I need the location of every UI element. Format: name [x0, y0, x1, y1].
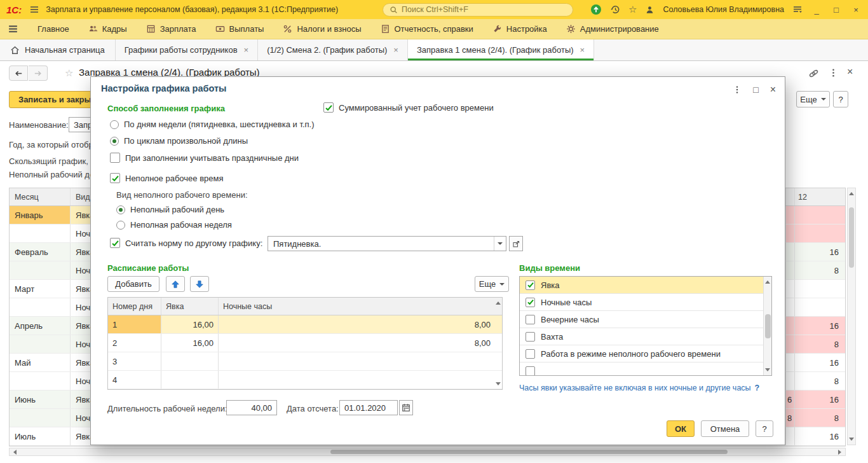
window-maximize-button[interactable]: □	[831, 5, 842, 15]
time-kind-row-4[interactable]: Вахта	[520, 328, 771, 345]
tab-close-icon[interactable]: ×	[580, 45, 585, 55]
radio-by-weekdays[interactable]: По дням недели (пятидневка, шестидневка …	[110, 120, 315, 129]
scroll-up-icon[interactable]	[848, 190, 855, 195]
move-up-button[interactable]	[166, 276, 185, 292]
menu-item-4[interactable]: Выплаты	[215, 24, 264, 34]
radio-parttime-week[interactable]: Неполная рабочая неделя	[116, 220, 232, 230]
time-kind-row-3[interactable]: Вечерние часы	[520, 311, 771, 328]
schedule-more-button[interactable]: Еще	[475, 276, 509, 292]
month-cell: Март	[10, 280, 71, 298]
dialog-close-button[interactable]: ×	[770, 85, 776, 95]
time-kind-row-6[interactable]	[520, 363, 771, 376]
form-more-button[interactable]: Еще	[796, 91, 830, 107]
column-header-attendance[interactable]: Явка	[161, 298, 219, 315]
column-header-day12[interactable]: 12	[794, 188, 845, 205]
tab-close-icon[interactable]: ×	[393, 45, 398, 55]
vertical-scroll-thumb[interactable]	[849, 207, 854, 268]
time-kind-checkbox[interactable]	[526, 280, 535, 290]
form-close-icon[interactable]: ×	[847, 66, 853, 78]
cancel-button[interactable]: Отмена	[701, 420, 749, 437]
time-kind-row-2[interactable]: Ночные часы	[520, 294, 771, 311]
scroll-down-icon[interactable]	[848, 438, 855, 443]
time-kind-checkbox[interactable]	[526, 332, 535, 342]
tab-strip: Графики работы сотрудников×(1/2) Смена 2…	[116, 39, 594, 60]
schedule-row-1[interactable]: 116,008,00	[108, 315, 502, 334]
list-scroll-down-icon[interactable]	[765, 368, 770, 374]
norm-by-other-schedule-checkbox[interactable]: Считать норму по другому графику:	[110, 238, 262, 248]
schedule-row-4[interactable]: 4	[108, 371, 502, 389]
scroll-left-icon[interactable]	[11, 448, 17, 455]
tab-1[interactable]: Графики работы сотрудников×	[116, 39, 258, 60]
schedule-section-title: Расписание работы	[107, 263, 189, 273]
favorites-star-icon[interactable]: ☆	[628, 4, 637, 15]
tab-2[interactable]: (1/2) Смена 2. (График работы)×	[258, 39, 408, 60]
time-kind-checkbox[interactable]	[526, 298, 535, 307]
main-menu-hamburger-icon[interactable]	[29, 4, 39, 15]
add-row-button[interactable]: Добавить	[107, 276, 159, 292]
day-number-cell: 1	[108, 315, 161, 333]
sections-panel-hamburger-icon[interactable]	[8, 24, 18, 34]
time-kind-checkbox[interactable]	[526, 366, 535, 376]
window-close-button[interactable]: ×	[850, 5, 862, 15]
scroll-right-icon[interactable]	[838, 448, 844, 455]
history-icon[interactable]	[610, 4, 620, 15]
hint-help-link[interactable]: ?	[755, 384, 760, 392]
radio-parttime-day[interactable]: Неполный рабочий день	[116, 205, 224, 214]
list-scroll-thumb[interactable]	[765, 314, 771, 338]
horizontal-scrollbar[interactable]	[9, 448, 846, 456]
tab-close-icon[interactable]: ×	[244, 45, 249, 55]
table-scroll-down-icon[interactable]	[494, 382, 501, 388]
open-schedule-button[interactable]	[509, 236, 523, 251]
get-link-icon[interactable]	[808, 68, 819, 79]
menu-item-5[interactable]: Налоги и взносы	[283, 24, 361, 34]
nav-forward-button[interactable]	[29, 66, 48, 81]
time-kind-row-5[interactable]: Работа в режиме неполного рабочего време…	[520, 345, 771, 363]
time-kind-checkbox[interactable]	[526, 349, 535, 359]
form-kebab-menu-icon[interactable]	[829, 68, 838, 78]
schedule-row-3[interactable]: 3	[108, 352, 502, 371]
column-header-night-hours[interactable]: Ночные часы	[219, 298, 502, 315]
week-length-input[interactable]: 40,00	[226, 400, 277, 415]
time-kinds-scrollbar[interactable]	[763, 277, 771, 375]
menu-item-6[interactable]: Отчетность, справки	[381, 24, 473, 34]
start-date-input[interactable]: 01.01.2020	[339, 400, 398, 415]
menu-item-1[interactable]: Главное	[37, 24, 69, 34]
dialog-kebab-menu-icon[interactable]	[733, 85, 742, 94]
horizontal-scroll-thumb[interactable]	[330, 450, 728, 454]
form-help-button[interactable]: ?	[833, 91, 848, 107]
tab-label: (1/2) Смена 2. (График работы)	[267, 45, 387, 55]
dialog-maximize-button[interactable]: □	[753, 85, 758, 94]
form-favorite-star-icon[interactable]: ☆	[65, 67, 73, 79]
schedule-row-2[interactable]: 216,008,00	[108, 334, 502, 352]
menu-item-2[interactable]: Кадры	[88, 24, 127, 34]
ok-button[interactable]: ОК	[667, 420, 695, 437]
global-search-input[interactable]: Поиск Ctrl+Shift+F	[383, 3, 573, 17]
menu-item-3[interactable]: Зарплата	[146, 24, 196, 34]
nav-back-button[interactable]	[9, 66, 28, 81]
table-scroll-up-icon[interactable]	[494, 299, 501, 305]
menu-item-8[interactable]: Администрирование	[566, 24, 659, 34]
menu-item-7[interactable]: Настройка	[492, 24, 547, 34]
column-header-month[interactable]: Месяц	[10, 188, 71, 205]
day-11-cell	[785, 317, 794, 335]
tab-3[interactable]: Заправка 1 смена (2/4). (График работы)×	[408, 39, 594, 60]
menu-item-label: Администрирование	[580, 24, 659, 34]
discussions-icon[interactable]	[590, 4, 602, 15]
time-kind-checkbox[interactable]	[526, 315, 535, 324]
list-scroll-up-icon[interactable]	[765, 278, 770, 284]
vertical-scrollbar[interactable]	[847, 188, 856, 445]
time-kind-row-1[interactable]: Явка	[520, 277, 771, 294]
summary-time-accounting-checkbox[interactable]: Суммированный учет рабочего времени	[323, 102, 494, 113]
window-minimize-button[interactable]: _	[811, 5, 822, 15]
home-tab[interactable]: Начальная страница	[0, 39, 116, 60]
parttime-checkbox[interactable]: Неполное рабочее время	[110, 173, 223, 183]
combobox-dropdown-icon[interactable]	[494, 237, 506, 251]
column-header-day-number[interactable]: Номер дня	[108, 298, 161, 315]
holidays-checkbox[interactable]: При заполнении учитывать праздничные дни	[110, 153, 299, 163]
norm-schedule-combobox[interactable]: Пятидневка.	[268, 236, 506, 251]
move-down-button[interactable]	[190, 276, 209, 292]
calendar-icon[interactable]	[399, 400, 413, 415]
dialog-help-button[interactable]: ?	[756, 420, 773, 437]
radio-by-cycles[interactable]: По циклам произвольной длины	[110, 136, 248, 146]
service-menu-icon[interactable]	[792, 4, 803, 15]
